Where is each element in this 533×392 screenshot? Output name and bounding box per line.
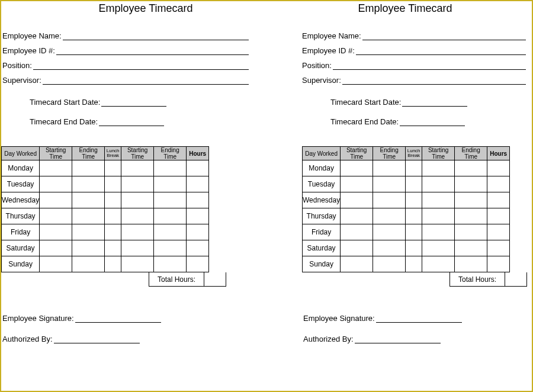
cell[interactable]: [121, 256, 154, 272]
cell[interactable]: [105, 224, 121, 240]
cell[interactable]: [422, 192, 455, 208]
cell[interactable]: [187, 240, 209, 256]
cell[interactable]: [422, 176, 455, 192]
cell[interactable]: [373, 176, 406, 192]
cell[interactable]: [121, 208, 154, 224]
input-position[interactable]: [33, 62, 249, 70]
cell[interactable]: [341, 192, 373, 208]
cell[interactable]: [406, 240, 422, 256]
input-authorized[interactable]: [54, 335, 140, 343]
cell[interactable]: [455, 256, 487, 272]
cell[interactable]: [341, 256, 373, 272]
cell[interactable]: [455, 208, 487, 224]
cell[interactable]: [422, 208, 455, 224]
cell[interactable]: [406, 208, 422, 224]
cell[interactable]: [406, 224, 422, 240]
cell[interactable]: [105, 176, 121, 192]
cell[interactable]: [341, 176, 373, 192]
cell[interactable]: [121, 160, 154, 176]
cell[interactable]: [422, 160, 455, 176]
cell[interactable]: [487, 192, 510, 208]
input-position[interactable]: [333, 62, 526, 70]
input-signature[interactable]: [376, 314, 462, 323]
cell[interactable]: [121, 176, 154, 192]
cell[interactable]: [105, 240, 121, 256]
cell[interactable]: [341, 224, 373, 240]
input-employee-id[interactable]: [356, 47, 526, 55]
cell[interactable]: [422, 224, 455, 240]
cell[interactable]: [187, 192, 209, 208]
cell[interactable]: [40, 176, 72, 192]
cell[interactable]: [373, 240, 406, 256]
cell[interactable]: [72, 176, 105, 192]
cell[interactable]: [154, 240, 187, 256]
cell[interactable]: [121, 192, 154, 208]
input-end-date[interactable]: [99, 118, 164, 126]
cell[interactable]: [72, 224, 105, 240]
cell[interactable]: [406, 176, 422, 192]
cell[interactable]: [40, 240, 72, 256]
cell[interactable]: [40, 208, 72, 224]
cell[interactable]: [121, 224, 154, 240]
cell[interactable]: [40, 256, 72, 272]
cell[interactable]: [373, 208, 406, 224]
cell[interactable]: [72, 256, 105, 272]
cell[interactable]: [487, 160, 510, 176]
cell[interactable]: [72, 240, 105, 256]
cell[interactable]: [154, 208, 187, 224]
cell[interactable]: [455, 160, 487, 176]
cell[interactable]: [487, 240, 510, 256]
cell[interactable]: [373, 192, 406, 208]
cell[interactable]: [455, 224, 487, 240]
cell[interactable]: [72, 208, 105, 224]
cell[interactable]: [187, 176, 209, 192]
input-supervisor[interactable]: [43, 76, 249, 85]
input-signature[interactable]: [75, 314, 161, 323]
input-employee-id[interactable]: [56, 47, 249, 55]
cell[interactable]: [341, 208, 373, 224]
input-authorized[interactable]: [355, 335, 441, 343]
cell[interactable]: [187, 160, 209, 176]
total-hours-value[interactable]: [505, 272, 527, 287]
cell[interactable]: [373, 224, 406, 240]
input-employee-name[interactable]: [63, 32, 249, 40]
cell[interactable]: [455, 176, 487, 192]
cell[interactable]: [154, 160, 187, 176]
cell[interactable]: [72, 160, 105, 176]
cell[interactable]: [487, 256, 510, 272]
cell[interactable]: [72, 192, 105, 208]
input-employee-name[interactable]: [362, 32, 526, 40]
input-end-date[interactable]: [400, 118, 465, 126]
cell[interactable]: [187, 256, 209, 272]
cell[interactable]: [455, 192, 487, 208]
cell[interactable]: [406, 256, 422, 272]
cell[interactable]: [105, 192, 121, 208]
cell[interactable]: [154, 192, 187, 208]
cell[interactable]: [487, 176, 510, 192]
cell[interactable]: [105, 208, 121, 224]
cell[interactable]: [187, 224, 209, 240]
cell[interactable]: [105, 160, 121, 176]
input-start-date[interactable]: [101, 98, 166, 107]
cell[interactable]: [40, 160, 72, 176]
total-hours-value[interactable]: [204, 272, 226, 287]
cell[interactable]: [40, 192, 72, 208]
cell[interactable]: [406, 160, 422, 176]
cell[interactable]: [487, 208, 510, 224]
cell[interactable]: [455, 240, 487, 256]
cell[interactable]: [187, 208, 209, 224]
cell[interactable]: [121, 240, 154, 256]
cell[interactable]: [341, 240, 373, 256]
cell[interactable]: [422, 240, 455, 256]
cell[interactable]: [422, 256, 455, 272]
cell[interactable]: [406, 192, 422, 208]
cell[interactable]: [373, 256, 406, 272]
input-start-date[interactable]: [402, 98, 467, 107]
cell[interactable]: [105, 256, 121, 272]
cell[interactable]: [487, 224, 510, 240]
cell[interactable]: [154, 224, 187, 240]
cell[interactable]: [373, 160, 406, 176]
cell[interactable]: [40, 224, 72, 240]
cell[interactable]: [341, 160, 373, 176]
cell[interactable]: [154, 256, 187, 272]
